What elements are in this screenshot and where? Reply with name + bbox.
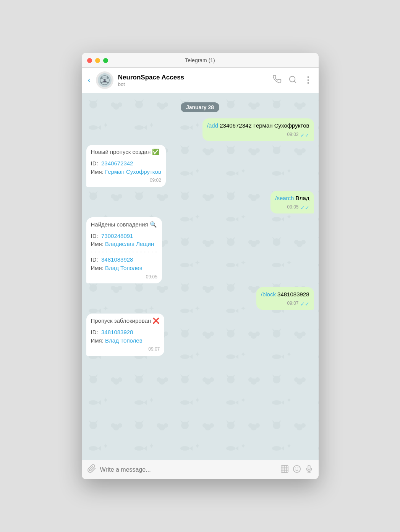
msg-field-id: ID: 3481083928 — [91, 328, 160, 336]
divider: - - - - - - - - - - - - - - - - - - — [91, 248, 157, 255]
field-label: Имя: — [91, 241, 105, 247]
maximize-button[interactable] — [103, 58, 108, 63]
read-receipt: ✓✓ — [300, 133, 309, 138]
name-value: Герман Сухофрутков — [105, 168, 161, 175]
id-value: 3481083928 — [101, 256, 133, 263]
date-badge: January 28 — [181, 102, 219, 112]
emoji: 🔍 — [150, 221, 157, 228]
avatar: Σ — [96, 71, 113, 89]
phone-icon[interactable] — [273, 75, 282, 86]
bubble-incoming: Найдены совпадения 🔍 ID: 7300248091 Имя:… — [86, 217, 162, 283]
msg-label: Новый пропуск создан — [91, 149, 152, 155]
bubble-meta: 09:05 — [91, 274, 157, 280]
message-row: Новый пропуск создан ✅ ID: 2340672342 Им… — [86, 145, 314, 187]
message-input[interactable] — [100, 466, 277, 473]
msg-field-id2: ID: 3481083928 — [91, 255, 157, 264]
bubble-meta: 09:02 ✓✓ — [207, 131, 309, 138]
chat-name: NeuronSpace Access — [118, 74, 269, 81]
msg-body: 3481083928 — [276, 291, 309, 298]
field-label: Имя: — [91, 265, 105, 271]
attach-icon[interactable] — [87, 464, 96, 475]
input-bar — [82, 460, 319, 479]
field-label: Имя: — [91, 337, 105, 344]
emoji: ✅ — [152, 149, 159, 155]
search-icon[interactable] — [288, 75, 297, 86]
field-label: ID: — [91, 233, 102, 239]
msg-line: Найдены совпадения 🔍 — [91, 220, 157, 229]
back-button[interactable]: ‹ — [88, 76, 91, 84]
chat-info: NeuronSpace Access bot — [118, 74, 269, 87]
emoji-icon[interactable] — [293, 465, 301, 475]
bubble-incoming: Пропуск заблокирован ❌ ID: 3481083928 Им… — [86, 314, 165, 356]
bubble-meta: 09:07 — [91, 346, 160, 353]
field-label: ID: — [91, 160, 102, 167]
message-row: /search Влад 09:05 ✓✓ — [86, 191, 314, 213]
msg-field-id1: ID: 7300248091 — [91, 232, 157, 240]
cmd-text: /add — [207, 122, 218, 129]
bubble-outgoing: /add 2340672342 Герман Сухофруктов 09:02… — [202, 118, 314, 141]
svg-line-15 — [294, 81, 296, 82]
msg-field-name: Имя: Герман Сухофрутков — [91, 168, 161, 176]
svg-text:Σ: Σ — [103, 78, 106, 83]
msg-field-name: Имя: Влад Тополев — [91, 336, 160, 345]
emoji: ❌ — [152, 317, 160, 324]
msg-field-id: ID: 2340672342 — [91, 159, 161, 168]
bubble-meta: 09:05 ✓✓ — [275, 204, 309, 210]
name-value: Влад Тополев — [105, 337, 143, 344]
more-icon[interactable]: ⋮ — [304, 75, 313, 85]
bubble-incoming: Новый пропуск создан ✅ ID: 2340672342 Им… — [86, 145, 166, 187]
cmd-text: /search — [275, 195, 294, 201]
message-row: Найдены совпадения 🔍 ID: 7300248091 Имя:… — [86, 217, 314, 283]
bubble-meta: 09:07 ✓✓ — [261, 300, 309, 307]
svg-point-30 — [293, 465, 300, 472]
message-row: Пропуск заблокирован ❌ ID: 3481083928 Им… — [86, 314, 314, 356]
id-value: 7300248091 — [101, 233, 133, 239]
cmd-text: /block — [261, 291, 276, 298]
msg-time: 09:02 — [287, 131, 298, 138]
id-value: 3481083928 — [101, 329, 133, 335]
msg-body: 2340672342 Герман Сухофруктов — [218, 122, 309, 129]
titlebar: Telegram (1) — [82, 53, 319, 68]
msg-body: Влад — [294, 195, 309, 201]
window-controls — [87, 58, 108, 63]
window-title: Telegram (1) — [185, 57, 215, 63]
chat-messages: January 28 /add 2340672342 Герман Сухофр… — [86, 99, 314, 357]
msg-field-name2: Имя: Влад Тополев — [91, 264, 157, 272]
read-receipt: ✓✓ — [300, 205, 309, 210]
msg-time: 09:02 — [150, 177, 161, 184]
field-label: Имя: — [91, 168, 105, 175]
msg-time: 09:05 — [287, 204, 298, 210]
msg-time: 09:07 — [148, 346, 160, 353]
msg-field-name1: Имя: Владислав Лещин — [91, 240, 157, 248]
read-receipt: ✓✓ — [300, 301, 309, 307]
sticker-icon[interactable] — [280, 465, 289, 475]
chat-status: bot — [118, 81, 269, 87]
field-label: ID: — [91, 329, 102, 335]
bubble-outgoing: /search Влад 09:05 ✓✓ — [270, 191, 314, 213]
bubble-meta: 09:02 — [91, 177, 161, 184]
chat-area: ✦ January 28 /add 2340672342 Герман Сухо… — [82, 93, 319, 460]
close-button[interactable] — [87, 58, 92, 63]
telegram-window: Telegram (1) ‹ Σ — [82, 53, 319, 479]
mic-icon[interactable] — [305, 465, 313, 475]
msg-line: Пропуск заблокирован ❌ — [91, 317, 160, 325]
msg-label: Найдены совпадения — [91, 221, 150, 228]
id-value: 2340672342 — [101, 160, 133, 167]
msg-time: 09:07 — [287, 300, 298, 307]
message-row: /block 3481083928 09:07 ✓✓ — [86, 287, 314, 310]
name-value: Владислав Лещин — [105, 241, 154, 247]
msg-line: Новый пропуск создан ✅ — [91, 148, 161, 156]
msg-label: Пропуск заблокирован — [91, 317, 153, 324]
bubble-outgoing: /block 3481083928 09:07 ✓✓ — [256, 287, 314, 310]
minimize-button[interactable] — [95, 58, 100, 63]
msg-time: 09:05 — [146, 274, 157, 280]
message-row: /add 2340672342 Герман Сухофруктов 09:02… — [86, 118, 314, 141]
header-actions: ⋮ — [273, 75, 313, 86]
field-label: ID: — [91, 256, 102, 263]
name-value: Влад Тополев — [105, 265, 143, 271]
chat-header: ‹ Σ NeuronSpace Access bo — [82, 68, 319, 93]
